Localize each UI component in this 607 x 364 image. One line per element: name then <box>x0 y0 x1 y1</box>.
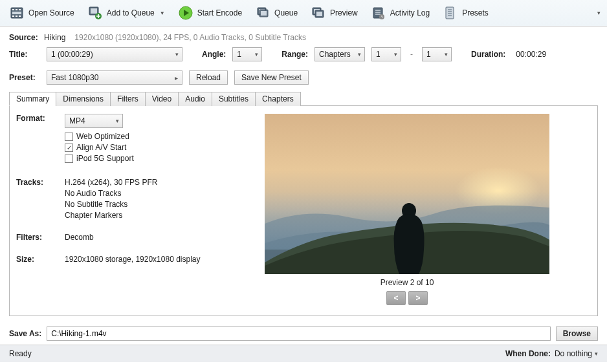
svg-rect-6 <box>19 16 21 17</box>
preview-caption: Preview 2 of 10 <box>381 278 434 287</box>
when-done-label: When Done: <box>505 349 551 358</box>
save-new-preset-button[interactable]: Save New Preset <box>234 70 309 85</box>
duration-value: 00:00:29 <box>516 50 546 59</box>
subtitle-track-info: No Subtitle Tracks <box>65 200 157 209</box>
range-mode-select[interactable]: Chapters <box>315 47 365 61</box>
summary-pane: Format: MP4 Web Optimized ✓ Align A/V St… <box>9 106 598 316</box>
activity-log-button[interactable]: Activity Log <box>366 3 435 23</box>
presets-icon <box>443 5 458 21</box>
align-av-checkbox[interactable]: ✓ <box>65 144 73 152</box>
activity-log-icon <box>371 5 386 21</box>
preview-image <box>265 114 549 274</box>
svg-rect-1 <box>12 9 14 10</box>
preset-select[interactable]: Fast 1080p30 <box>47 70 182 85</box>
ipod-checkbox[interactable] <box>65 155 73 163</box>
reload-button[interactable]: Reload <box>189 70 228 85</box>
queue-label: Queue <box>274 8 298 17</box>
add-to-queue-label: Add to Queue <box>107 8 155 17</box>
title-label: Title: <box>9 50 40 59</box>
tab-chapters[interactable]: Chapters <box>255 92 301 106</box>
tab-filters[interactable]: Filters <box>110 92 146 106</box>
presets-button[interactable]: Presets <box>437 3 494 23</box>
browse-button[interactable]: Browse <box>556 327 598 341</box>
status-text: Ready <box>9 349 505 358</box>
main-toolbar: Open Source Add to Queue ▼ Start Encode … <box>0 0 607 27</box>
duration-label: Duration: <box>471 50 505 59</box>
preset-label: Preset: <box>9 73 40 82</box>
status-bar: Ready When Done: Do nothing <box>0 345 607 362</box>
chapter-markers-info: Chapter Markers <box>65 211 157 220</box>
tracks-label: Tracks: <box>16 178 65 220</box>
source-name: Hiking <box>44 33 65 42</box>
queue-icon <box>255 5 270 21</box>
audio-track-info: No Audio Tracks <box>65 189 157 198</box>
open-source-label: Open Source <box>28 8 74 17</box>
svg-rect-4 <box>12 16 14 17</box>
ipod-label: iPod 5G Support <box>76 154 134 163</box>
video-track-info: H.264 (x264), 30 FPS PFR <box>65 178 157 187</box>
filters-value: Decomb <box>65 233 94 242</box>
range-separator: - <box>410 50 413 59</box>
format-label: Format: <box>16 114 65 165</box>
save-as-label: Save As: <box>9 329 41 338</box>
open-source-button[interactable]: Open Source <box>4 3 80 23</box>
source-label: Source: <box>9 33 40 42</box>
preview-label: Preview <box>330 8 358 17</box>
queue-button[interactable]: Queue <box>250 3 303 23</box>
tab-audio[interactable]: Audio <box>178 92 212 106</box>
start-encode-label: Start Encode <box>197 8 242 17</box>
svg-rect-7 <box>12 12 21 14</box>
size-label: Size: <box>16 255 65 264</box>
preview-next-button[interactable]: > <box>408 291 428 305</box>
align-av-label: Align A/V Start <box>76 143 126 152</box>
svg-rect-9 <box>91 8 97 14</box>
start-encode-button[interactable]: Start Encode <box>173 3 247 23</box>
svg-rect-19 <box>316 12 322 16</box>
play-icon <box>178 5 193 21</box>
preview-icon <box>311 5 326 21</box>
size-value: 1920x1080 storage, 1920x1080 display <box>65 255 201 264</box>
svg-rect-22 <box>446 7 454 19</box>
filters-label: Filters: <box>16 233 65 242</box>
preview-prev-button[interactable]: < <box>386 291 406 305</box>
chevron-down-icon: ▼ <box>160 10 165 16</box>
range-label: Range: <box>281 50 308 59</box>
angle-label: Angle: <box>202 50 226 59</box>
toolbar-overflow-button[interactable]: ▾ <box>595 8 603 17</box>
activity-log-label: Activity Log <box>390 8 430 17</box>
svg-rect-5 <box>16 16 17 17</box>
svg-rect-15 <box>261 11 267 16</box>
save-as-input[interactable] <box>47 327 550 341</box>
svg-rect-2 <box>16 9 17 10</box>
presets-label: Presets <box>462 8 489 17</box>
web-optimized-checkbox[interactable] <box>65 133 73 141</box>
film-icon <box>9 5 25 21</box>
preview-button[interactable]: Preview <box>305 3 363 23</box>
title-select[interactable]: 1 (00:00:29) <box>47 47 182 61</box>
when-done-select[interactable]: Do nothing <box>555 349 598 358</box>
tab-summary[interactable]: Summary <box>9 92 56 106</box>
add-queue-icon <box>87 5 103 21</box>
tabs: Summary Dimensions Filters Video Audio S… <box>9 91 598 106</box>
source-details: 1920x1080 (1920x1080), 24 FPS, 0 Audio T… <box>74 33 306 42</box>
range-to-select[interactable]: 1 <box>422 47 452 61</box>
format-select[interactable]: MP4 <box>65 114 123 128</box>
tab-subtitles[interactable]: Subtitles <box>212 92 256 106</box>
angle-select[interactable]: 1 <box>232 47 262 61</box>
web-optimized-label: Web Optimized <box>76 132 129 141</box>
range-from-select[interactable]: 1 <box>371 47 401 61</box>
tab-video[interactable]: Video <box>145 92 179 106</box>
tab-dimensions[interactable]: Dimensions <box>56 92 111 106</box>
svg-rect-3 <box>19 9 21 10</box>
add-to-queue-button[interactable]: Add to Queue ▼ <box>82 3 170 23</box>
